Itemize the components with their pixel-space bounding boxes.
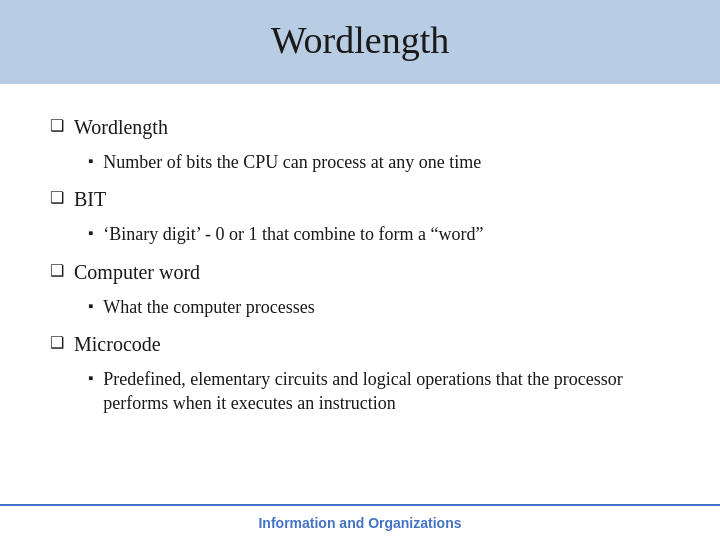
slide-content: ❑ Wordlength ▪ Number of bits the CPU ca…: [0, 84, 720, 504]
bullet-label: Microcode: [74, 331, 161, 358]
sub-bullet-icon: ▪: [88, 298, 93, 315]
footer-text: Information and Organizations: [258, 515, 461, 531]
sub-bullet-icon: ▪: [88, 153, 93, 170]
bullet-icon: ❑: [50, 333, 64, 352]
sub-bullet-label: What the computer processes: [103, 295, 314, 319]
list-item: ❑ Wordlength: [50, 114, 670, 141]
sub-bullet-icon: ▪: [88, 225, 93, 242]
sub-bullet-label: Number of bits the CPU can process at an…: [103, 150, 481, 174]
sub-bullet-icon: ▪: [88, 370, 93, 387]
list-item: ❑ BIT: [50, 186, 670, 213]
list-item: ▪ Predefined, elementary circuits and lo…: [88, 367, 670, 416]
bullet-label: BIT: [74, 186, 106, 213]
bullet-label: Computer word: [74, 259, 200, 286]
bullet-icon: ❑: [50, 188, 64, 207]
list-item: ❑ Computer word: [50, 259, 670, 286]
list-item: ▪ Number of bits the CPU can process at …: [88, 150, 670, 174]
bullet-icon: ❑: [50, 261, 64, 280]
bullet-label: Wordlength: [74, 114, 168, 141]
slide-header: Wordlength: [0, 0, 720, 84]
slide-container: Wordlength ❑ Wordlength ▪ Number of bits…: [0, 0, 720, 540]
sub-bullet-label: ‘Binary digit’ - 0 or 1 that combine to …: [103, 222, 483, 246]
list-item: ▪ ‘Binary digit’ - 0 or 1 that combine t…: [88, 222, 670, 246]
slide-footer: Information and Organizations: [0, 504, 720, 540]
list-item: ▪ What the computer processes: [88, 295, 670, 319]
sub-bullet-label: Predefined, elementary circuits and logi…: [103, 367, 670, 416]
slide-title: Wordlength: [40, 18, 680, 62]
list-item: ❑ Microcode: [50, 331, 670, 358]
bullet-icon: ❑: [50, 116, 64, 135]
